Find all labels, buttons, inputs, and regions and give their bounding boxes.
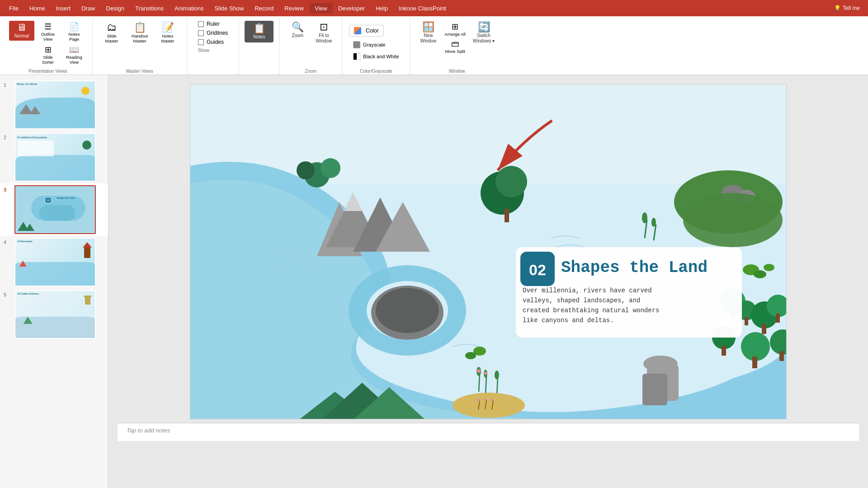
handout-master-button[interactable]: 📋 HandoutMaster [126,21,153,45]
thumb-title-1: Roles of a River [15,81,95,87]
black-and-white-button[interactable]: Black and White [349,51,403,62]
switch-windows-icon: 🔄 [478,22,490,32]
show-label: Show [198,48,209,53]
cascade-icon: 🗃 [451,39,459,49]
show-checkboxes: Ruler Gridlines Guides [193,19,233,47]
fit-to-window-button[interactable]: ⊡ Fit toWindow [311,21,336,45]
svg-text:Shapes the Land: Shapes the Land [561,258,708,277]
bw-swatch [353,53,360,60]
ruler-checkbox-box [198,21,204,27]
guides-checkbox[interactable]: Guides [198,39,228,45]
window-buttons: 🪟 NewWindow ⊞ Arrange All 🗃 Move Split 🔄 [415,19,498,68]
svg-text:like canyons and deltas.: like canyons and deltas. [523,317,614,324]
svg-point-65 [764,264,774,271]
notes-label: Notes [253,34,265,40]
menu-developer[interactable]: Developer [333,3,370,14]
notes-button[interactable]: 📋 Notes [245,21,274,42]
reading-view-icon: 📖 [69,45,79,55]
tell-me-label: Tell me [843,5,860,11]
presentation-views-label: Presentation Views [28,69,67,74]
gridlines-checkbox[interactable]: Gridlines [198,30,228,36]
slide-number-4: 4 [4,239,11,245]
switch-windows-button[interactable]: 🔄 SwitchWindows ▾ [469,21,498,45]
cascade-button[interactable]: 🗃 Move Split [442,38,468,55]
svg-rect-1 [190,84,787,184]
arrange-all-label: Arrange All [444,32,465,37]
slide-item-5[interactable]: 5 04 Cradle of History [0,288,108,341]
slide-thumb-content-3: 02 Shapes the Land [15,186,95,233]
slide-panel: 1 Roles of a River 2 01 Lifeblood of Eco… [0,75,108,488]
svg-point-5 [376,288,439,333]
menu-review[interactable]: Review [279,3,309,14]
slide-item-2[interactable]: 2 01 Lifeblood of Ecosystems [0,131,108,183]
color-grayscale-group: Color Grayscale Black and White Color/Gr… [342,18,410,75]
reading-view-label: ReadingView [66,55,82,65]
slide-item-4[interactable]: 4 03 Recreation [0,236,108,288]
svg-rect-59 [779,351,784,361]
thumb-title-3: 02 [46,198,51,202]
slide-canvas: 02 Shapes the Land Over millennia, river… [190,84,787,419]
slide-item-1[interactable]: 1 Roles of a River [0,79,108,131]
notes-master-icon: 📝 [162,22,174,33]
gridlines-label: Gridlines [207,30,228,36]
slide-master-button[interactable]: 🗂 SlideMaster [98,21,125,45]
tell-me-area[interactable]: 💡 Tell me [830,3,864,13]
menu-animations[interactable]: Animations [169,3,209,14]
slide-thumb-5: 04 Cradle of History [14,290,96,339]
grayscale-button[interactable]: Grayscale [349,39,390,50]
menu-design[interactable]: Design [101,3,130,14]
menu-draw[interactable]: Draw [76,3,100,14]
normal-button[interactable]: 🖥 Normal [9,21,34,41]
ribbon-content: 🖥 Normal ☰ OutlineView ⊞ SlideSorter � [0,16,868,76]
zoom-button[interactable]: 🔍 Zoom [285,21,310,40]
svg-rect-57 [752,357,757,368]
slide-master-label: SlideMaster [105,33,118,44]
fit-to-window-label: Fit toWindow [316,33,332,44]
color-label: Color [366,28,379,34]
color-button[interactable]: Color [349,25,384,37]
svg-point-42 [491,399,493,401]
svg-point-16 [297,161,315,179]
color-grayscale-buttons: Color Grayscale Black and White [349,19,403,68]
menu-slideshow[interactable]: Slide Show [209,3,249,14]
new-window-button[interactable]: 🪟 NewWindow [415,21,441,45]
notes-icon: 📋 [253,23,265,33]
slide-sorter-button[interactable]: ⊞ SlideSorter [35,44,61,66]
menu-help[interactable]: Help [370,3,393,14]
menu-record[interactable]: Record [249,3,279,14]
notes-area[interactable]: Tap to add notes [118,423,859,441]
slide-number-5: 5 [4,292,11,297]
slide-number-3: 3 [4,187,11,192]
svg-text:02: 02 [529,261,546,278]
handout-master-icon: 📋 [134,22,146,33]
svg-point-25 [642,212,647,223]
menu-view[interactable]: View [309,3,333,14]
slide-sorter-icon: ⊞ [45,45,52,55]
grayscale-swatch [353,41,360,48]
svg-rect-51 [762,324,766,334]
svg-point-22 [495,166,527,197]
slide-number-1: 1 [4,82,11,88]
outline-view-label: OutlineView [41,32,55,42]
menu-transitions[interactable]: Transitions [130,3,169,14]
svg-point-40 [477,399,480,401]
slide-thumb-content-4: 03 Recreation [15,239,95,286]
slide-item-3[interactable]: 3 02 Shapes the Land [0,183,108,236]
handout-master-label: HandoutMaster [132,33,148,44]
menu-inknoe[interactable]: Inknoe ClassPoint [393,3,452,14]
menu-insert[interactable]: Insert [51,3,76,14]
new-window-label: NewWindow [420,33,437,44]
svg-point-34 [477,369,481,373]
window-label: Window [449,69,465,74]
notes-page-button[interactable]: 📄 NotesPage [61,21,87,43]
arrange-all-button[interactable]: ⊞ Arrange All [442,21,468,38]
normal-icon: 🖥 [17,23,27,33]
notes-master-button[interactable]: 📝 NotesMaster [154,21,181,45]
reading-view-button[interactable]: 📖 ReadingView [61,44,87,66]
outline-view-button[interactable]: ☰ OutlineView [35,21,61,43]
slide-thumb-4: 03 Recreation [14,238,96,286]
ruler-checkbox[interactable]: Ruler [198,21,228,27]
master-views-group: 🗂 SlideMaster 📋 HandoutMaster 📝 NotesMas… [93,18,187,75]
menu-home[interactable]: Home [24,3,51,14]
menu-file[interactable]: File [4,3,24,14]
